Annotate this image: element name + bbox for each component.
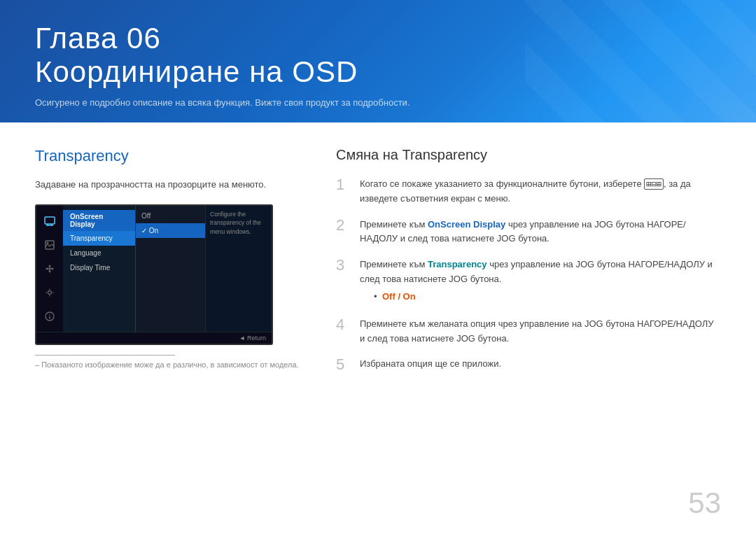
step-5: 5 Избраната опция ще се приложи. (336, 357, 721, 372)
footnote-text: – Показаното изображение може да е разли… (35, 360, 301, 370)
steps-list: 1 Когато се покаже указанието за функцио… (336, 177, 721, 372)
monitor-icon-gear (40, 283, 59, 302)
step-3-number: 3 (336, 258, 350, 273)
monitor-options: Off ✓ On (135, 206, 205, 332)
step-4-text: Преминете към желаната опция чрез управл… (360, 317, 721, 346)
svg-marker-10 (46, 267, 48, 270)
return-label: ◄ Return (239, 335, 266, 342)
menu-item-displaytime[interactable]: Display Time (63, 260, 135, 275)
page-number: 53 (688, 486, 721, 520)
right-column: Смяна на Transparency 1 Когато се покаже… (336, 147, 721, 384)
step-5-number: 5 (336, 357, 350, 372)
monitor-icon-info: i (40, 307, 59, 326)
step-1: 1 Когато се покаже указанието за функцио… (336, 177, 721, 206)
step-3: 3 Преминете към Transparency чрез управл… (336, 258, 721, 306)
monitor-menu: OnScreen Display Transparency Language D… (63, 206, 135, 332)
svg-point-5 (47, 241, 49, 244)
menu-header: OnScreen Display (63, 210, 135, 231)
svg-marker-8 (48, 265, 51, 267)
footnote-divider (35, 355, 175, 356)
step-1-number: 1 (336, 177, 350, 192)
step-4-number: 4 (336, 317, 350, 332)
svg-text:i: i (49, 314, 51, 321)
monitor-mockup: i OnScreen Display Transparency Language… (35, 204, 273, 345)
option-off[interactable]: Off (136, 209, 205, 223)
svg-marker-11 (52, 267, 54, 270)
step-2-text: Преминете към OnScreen Display чрез упра… (360, 218, 721, 247)
monitor-return-bar: ◄ Return (36, 332, 272, 344)
svg-point-12 (48, 290, 52, 294)
step-3-bullets: Off / On (374, 291, 721, 302)
main-content: Transparency Задаване на прозрачността н… (0, 122, 756, 405)
bullet-off-on: Off / On (374, 291, 721, 302)
step-4: 4 Преминете към желаната опция чрез упра… (336, 317, 721, 346)
header-subtitle: Осигурено е подробно описание на всяка ф… (35, 97, 721, 108)
section-description: Задаване на прозрачността на прозорците … (35, 178, 301, 192)
step-5-text: Избраната опция ще се приложи. (360, 357, 721, 372)
step-2: 2 Преминете към OnScreen Display чрез уп… (336, 218, 721, 247)
monitor-info-panel: Configure the transparency of the menu w… (205, 206, 272, 332)
monitor-sidebar: i (36, 206, 63, 332)
section-title: Transparency (35, 147, 301, 165)
step-3-content: Преминете към Transparency чрез управлен… (360, 258, 721, 306)
left-column: Transparency Задаване на прозрачността н… (35, 147, 301, 384)
monitor-icon-image (40, 235, 59, 255)
monitor-screen: i OnScreen Display Transparency Language… (36, 206, 272, 332)
menu-item-transparency[interactable]: Transparency (63, 231, 135, 246)
header-banner: Глава 06Координиране на OSD Осигурено е … (0, 0, 756, 122)
right-section-title: Смяна на Transparency (336, 147, 721, 163)
step-3-text: Преминете към Transparency чрез управлен… (360, 259, 713, 284)
monitor-icon-display (40, 211, 59, 231)
step-2-number: 2 (336, 218, 350, 233)
monitor-info-text: Configure the transparency of the menu w… (210, 210, 267, 237)
svg-marker-9 (48, 271, 51, 273)
option-on[interactable]: ✓ On (136, 223, 205, 238)
step-1-text: Когато се покаже указанието за функциона… (360, 177, 721, 206)
monitor-icon-arrows (40, 259, 59, 279)
chapter-title: Глава 06Координиране на OSD (35, 22, 721, 90)
menu-item-language[interactable]: Language (63, 246, 135, 260)
svg-rect-0 (45, 217, 55, 224)
